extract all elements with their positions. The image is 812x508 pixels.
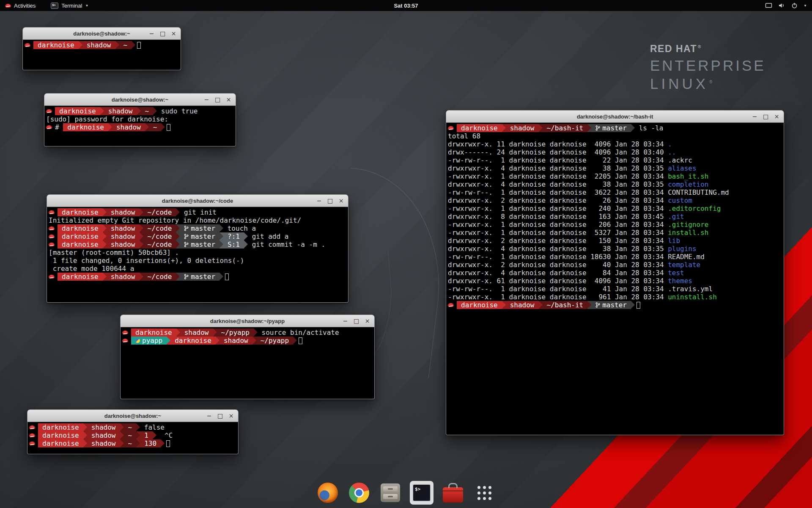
terminal-text: .git bbox=[668, 213, 684, 221]
prompt-segment-user: darknoise bbox=[170, 337, 216, 345]
minimize-button[interactable]: − bbox=[202, 95, 211, 105]
close-button[interactable]: × bbox=[169, 29, 178, 39]
terminal-content[interactable]: darknoiseshadow~/code git initInitialize… bbox=[47, 207, 348, 303]
window-titlebar[interactable]: darknoise@shadow:~ − □ × bbox=[22, 27, 181, 40]
window-titlebar[interactable]: darknoise@shadow:~/bash-it − □ × bbox=[446, 110, 784, 123]
close-button[interactable]: × bbox=[226, 411, 236, 421]
terminal-line: darknoiseshadow~ sudo true bbox=[46, 107, 234, 115]
prompt-segment-host: shadow bbox=[107, 208, 140, 216]
prompt-segment-path: ~/code bbox=[143, 224, 176, 232]
prompt-separator bbox=[219, 224, 223, 232]
prompt-separator bbox=[140, 224, 143, 232]
terminal-text: drwxrwxr-x. 4 darknoise darknoise 84 Jan… bbox=[448, 269, 668, 277]
terminal-text: drwxrwxr-x. 4 darknoise darknoise 38 Jan… bbox=[448, 180, 668, 188]
terminal-line: total 68 bbox=[448, 132, 782, 140]
chevron-down-icon: ▼ bbox=[85, 4, 88, 8]
window-titlebar[interactable]: darknoise@shadow:~/code − □ × bbox=[47, 194, 348, 207]
chevron-down-icon: ▼ bbox=[804, 4, 807, 8]
terminal-text: -rwxrwxr-x. 1 darknoise darknoise 5327 J… bbox=[448, 229, 668, 237]
terminal-text: [sudo] password for darknoise: bbox=[46, 115, 173, 123]
redhat-prompt-icon bbox=[29, 442, 35, 445]
prompt-separator bbox=[176, 273, 180, 281]
maximize-button[interactable]: □ bbox=[213, 95, 222, 105]
display-icon[interactable] bbox=[765, 3, 772, 8]
dock-chrome[interactable] bbox=[347, 481, 371, 505]
prompt-segment-user: darknoise bbox=[38, 431, 83, 439]
app-menu-terminal[interactable]: $> Terminal ▼ bbox=[47, 0, 93, 11]
redhat-prompt-icon bbox=[448, 126, 454, 130]
minimize-button[interactable]: − bbox=[147, 29, 156, 39]
terminal-content[interactable]: darknoiseshadow~ bbox=[22, 40, 181, 70]
minimize-button[interactable]: − bbox=[204, 411, 214, 421]
terminal-content[interactable]: darknoiseshadow~/pyapp source bin/activa… bbox=[120, 327, 375, 399]
prompt-segment-user: darknoise bbox=[38, 423, 83, 431]
maximize-button[interactable]: □ bbox=[325, 196, 335, 206]
activities-button[interactable]: Activities bbox=[0, 0, 41, 11]
terminal-text: themes bbox=[668, 277, 692, 285]
prompt-segment-path: ~ bbox=[124, 439, 137, 447]
prompt-separator bbox=[213, 329, 217, 337]
dock-files[interactable] bbox=[379, 481, 402, 505]
terminal-content[interactable]: darknoiseshadow~/bash-itmaster ls -latot… bbox=[446, 123, 784, 435]
minimize-button[interactable]: − bbox=[750, 112, 760, 121]
close-button[interactable]: × bbox=[336, 196, 346, 206]
terminal-line: darknoiseshadow~/codemasterS:1 git commi… bbox=[49, 240, 346, 248]
prompt-segment-host: shadow bbox=[104, 107, 137, 115]
terminal-line: darknoiseshadow~130 bbox=[29, 439, 236, 447]
window-titlebar[interactable]: darknoise@shadow:~/pyapp − □ × bbox=[120, 315, 375, 327]
maximize-button[interactable]: □ bbox=[761, 112, 771, 121]
prompt-segment-user: darknoise bbox=[58, 224, 103, 232]
maximize-button[interactable]: □ bbox=[158, 29, 167, 39]
terminal-icon: $> bbox=[412, 484, 431, 502]
dock-terminal[interactable]: $> bbox=[410, 481, 433, 505]
prompt-separator bbox=[83, 423, 87, 431]
volume-icon[interactable] bbox=[778, 3, 785, 8]
redhat-prompt-icon bbox=[122, 331, 128, 334]
terminal-line: 1 file changed, 0 insertions(+), 0 delet… bbox=[49, 257, 346, 265]
prompt-segment-user: darknoise bbox=[131, 329, 176, 337]
minimize-button[interactable]: − bbox=[340, 316, 350, 326]
prompt-segment-git: master bbox=[180, 273, 219, 281]
prompt-separator bbox=[631, 301, 635, 309]
power-icon[interactable] bbox=[791, 3, 798, 8]
prompt-segment-git: master bbox=[591, 301, 631, 309]
terminal-text: # bbox=[55, 123, 63, 131]
prompt-separator bbox=[100, 107, 104, 115]
prompt-segment-user: darknoise bbox=[63, 123, 108, 131]
terminal-window-pyapp: darknoise@shadow:~/pyapp − □ × darknoise… bbox=[120, 315, 375, 399]
dock-show-applications[interactable] bbox=[472, 481, 496, 505]
rhel-logo: RED HAT® ENTERPRISE LINUX® bbox=[650, 43, 766, 92]
dock-software[interactable] bbox=[441, 481, 465, 505]
dock-firefox[interactable] bbox=[316, 481, 340, 505]
terminal-content[interactable]: darknoiseshadow~ falsedarknoiseshadow~1 … bbox=[27, 422, 239, 454]
prompt-separator bbox=[216, 337, 219, 345]
redhat-prompt-icon bbox=[448, 303, 454, 307]
minimize-button[interactable]: − bbox=[314, 196, 324, 206]
window-titlebar[interactable]: darknoise@shadow:~ − □ × bbox=[44, 93, 236, 106]
prompt-separator bbox=[539, 124, 543, 132]
maximize-button[interactable]: □ bbox=[215, 411, 225, 421]
terminal-line: -rw-rw-r--. 1 darknoise darknoise 3622 J… bbox=[448, 188, 782, 196]
close-button[interactable]: × bbox=[772, 112, 782, 121]
terminal-text: source bin/activate bbox=[258, 329, 339, 337]
redhat-prompt-icon bbox=[49, 235, 55, 238]
terminal-content[interactable]: darknoiseshadow~ sudo true[sudo] passwor… bbox=[44, 106, 236, 146]
prompt-segment-host: shadow bbox=[82, 41, 115, 49]
terminal-line: drwxrwxr-x. 4 darknoise darknoise 38 Jan… bbox=[448, 180, 782, 188]
terminal-text: create mode 100644 a bbox=[49, 265, 134, 273]
clock[interactable]: Sat 03:57 bbox=[394, 3, 418, 9]
terminal-text: -rwxrwxr-x. 1 darknoise darknoise 961 Ja… bbox=[448, 293, 668, 301]
prompt-segment-path: ~/pyapp bbox=[256, 337, 293, 345]
close-button[interactable]: × bbox=[362, 316, 372, 326]
terminal-line: drwxrwxr-x. 61 darknoise darknoise 4096 … bbox=[448, 277, 782, 285]
maximize-button[interactable]: □ bbox=[351, 316, 361, 326]
close-button[interactable]: × bbox=[224, 95, 233, 105]
window-titlebar[interactable]: darknoise@shadow:~ − □ × bbox=[27, 409, 239, 422]
app-menu-label: Terminal bbox=[61, 3, 82, 9]
redhat-prompt-icon bbox=[49, 210, 55, 214]
prompt-segment-path: ~ bbox=[119, 41, 132, 49]
prompt-separator bbox=[153, 431, 156, 439]
system-status-area[interactable]: ▼ bbox=[765, 0, 812, 11]
prompt-separator bbox=[254, 329, 258, 337]
terminal-line: -rw-rw-r--. 1 darknoise darknoise 22 Jan… bbox=[448, 156, 782, 164]
